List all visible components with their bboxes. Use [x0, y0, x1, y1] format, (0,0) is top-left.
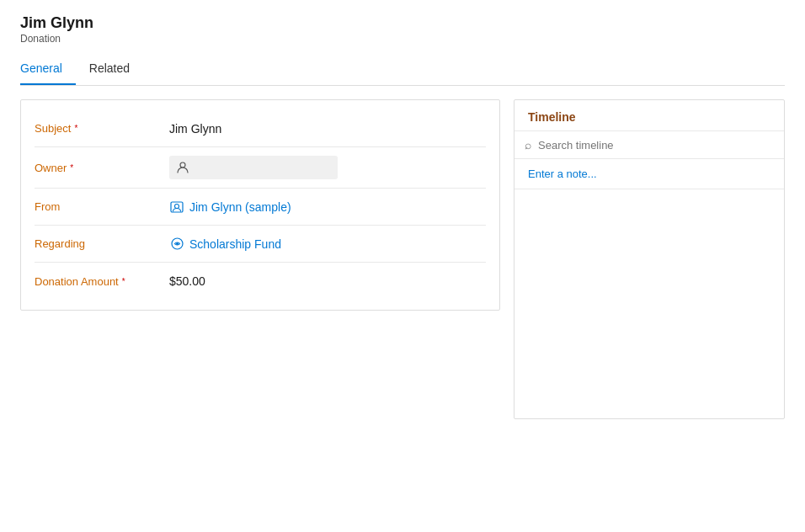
field-row-from: From Jim Glynn (sample): [35, 189, 486, 226]
field-row-subject: Subject * Jim Glynn: [35, 110, 486, 147]
timeline-note-entry[interactable]: Enter a note...: [514, 159, 784, 189]
page-container: Jim Glynn Donation General Related Subje…: [0, 0, 805, 433]
value-donation-amount[interactable]: $50.00: [169, 274, 486, 288]
value-from[interactable]: Jim Glynn (sample): [169, 200, 486, 215]
record-title: Jim Glynn: [20, 13, 785, 33]
label-from: From: [35, 200, 169, 213]
value-owner[interactable]: [169, 156, 486, 179]
form-card: Subject * Jim Glynn Owner *: [20, 99, 500, 311]
field-row-owner: Owner *: [35, 147, 486, 189]
required-star-subject: *: [74, 124, 77, 133]
timeline-panel: Timeline ⌕ Enter a note...: [514, 99, 785, 419]
svg-point-2: [175, 204, 179, 208]
timeline-title: Timeline: [514, 100, 784, 131]
required-star-owner: *: [70, 163, 73, 173]
tab-general[interactable]: General: [20, 55, 76, 85]
search-icon: ⌕: [525, 138, 531, 152]
field-row-regarding: Regarding Scholarship Fund: [35, 226, 486, 263]
contact-icon: [169, 200, 184, 215]
record-type: Donation: [20, 33, 785, 45]
main-layout: Subject * Jim Glynn Owner *: [20, 99, 785, 419]
timeline-search-bar[interactable]: ⌕: [514, 131, 784, 159]
svg-point-0: [180, 162, 185, 168]
tabs-bar: General Related: [20, 55, 785, 86]
svg-point-4: [176, 242, 179, 245]
field-row-donation-amount: Donation Amount * $50.00: [35, 263, 486, 300]
label-owner: Owner *: [35, 162, 169, 174]
label-subject: Subject *: [35, 122, 169, 135]
person-icon: [176, 161, 189, 174]
timeline-search-input[interactable]: [538, 139, 774, 152]
required-star-donation: *: [122, 277, 125, 286]
owner-input-field[interactable]: [169, 156, 338, 179]
tab-related[interactable]: Related: [89, 55, 143, 85]
label-regarding: Regarding: [35, 237, 169, 250]
value-regarding[interactable]: Scholarship Fund: [169, 237, 486, 252]
label-donation-amount: Donation Amount *: [35, 275, 169, 288]
value-subject[interactable]: Jim Glynn: [169, 122, 486, 136]
fund-icon: [169, 237, 184, 252]
